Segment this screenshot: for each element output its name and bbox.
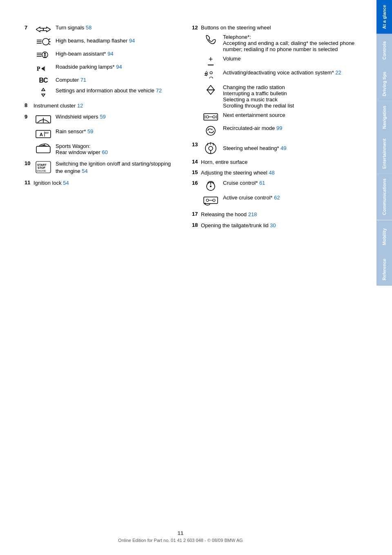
right-column: 12 Buttons on the steering wheel Tel — [192, 25, 364, 233]
sidebar-tab-navigation[interactable]: Navigation — [376, 101, 392, 134]
sidebar-tab-mobility[interactable]: Mobility — [376, 220, 392, 253]
telephone-icon — [201, 34, 220, 45]
item-8-number: 8 — [24, 102, 33, 108]
sidebar-tab-controls[interactable]: Controls — [376, 34, 392, 67]
item-8: 8 Instrument cluster 12 — [24, 102, 180, 110]
item-13-number: 13 — [192, 141, 201, 148]
svg-marker-44 — [207, 85, 214, 90]
page-ref-rh[interactable]: 218 — [248, 211, 257, 217]
item-17-content: Releasing the hood 218 — [201, 211, 257, 218]
svg-rect-35 — [36, 146, 50, 153]
item-11-number: 11 — [24, 179, 33, 186]
page-ref-hb[interactable]: 94 — [129, 38, 135, 44]
page-ref-set[interactable]: 72 — [156, 87, 162, 94]
item-13: 13 — [192, 141, 364, 155]
svg-line-8 — [49, 44, 51, 45]
svg-marker-53 — [211, 129, 212, 130]
page-ref-va[interactable]: 22 — [335, 69, 341, 76]
item-17-number: 17 — [192, 211, 201, 217]
page-ref-ww[interactable]: 59 — [100, 114, 105, 120]
entertainment-source-icon — [201, 112, 220, 122]
item-15-number: 15 — [192, 169, 201, 175]
page-ref-rw[interactable]: 60 — [102, 149, 107, 155]
item-18: 18 Opening the tailgate/trunk lid 30 — [192, 222, 364, 229]
svg-rect-29 — [36, 130, 51, 138]
sidebar-tab-at-a-glance[interactable]: At a glance — [376, 0, 392, 34]
svg-text:A: A — [40, 132, 43, 137]
item-16: 16 — [192, 180, 364, 209]
page-ref-rs[interactable]: 59 — [87, 128, 93, 134]
svg-marker-54 — [209, 131, 210, 133]
sidebar-tab-driving-tips[interactable]: Driving tips — [376, 67, 392, 101]
page-ref-acc[interactable]: 62 — [274, 195, 280, 201]
page-ref-swh[interactable]: 49 — [281, 145, 286, 151]
item-11: 11 Ignition lock 54 — [24, 179, 180, 187]
item-12-voice: Activating/deactivating voice activation… — [201, 69, 364, 81]
svg-point-60 — [210, 186, 212, 187]
page-container: 7 — [0, 0, 392, 555]
item-18-content: Opening the tailgate/trunk lid 30 — [201, 222, 276, 229]
svg-point-43 — [210, 72, 212, 74]
svg-marker-45 — [207, 90, 214, 94]
item-7-high-beams: High beams, headlamp flasher 94 — [33, 38, 180, 47]
item-12-radio-text: Changing the radio station Interrupting … — [223, 84, 364, 109]
page-ref-ic[interactable]: 12 — [77, 103, 83, 109]
svg-line-7 — [49, 39, 51, 40]
item-12-radio: Changing the radio station Interrupting … — [201, 84, 364, 109]
page-ref-ign[interactable]: 54 — [82, 168, 87, 174]
svg-marker-25 — [42, 88, 45, 91]
svg-point-13 — [44, 53, 46, 54]
plus-symbol: + — [209, 56, 213, 63]
svg-point-63 — [213, 199, 215, 201]
item-9-wipers: Windshield wipers 59 — [33, 114, 180, 125]
steering-wheel-heat-icon — [201, 141, 220, 155]
svg-line-34 — [48, 132, 48, 134]
item-7-parking-lamps-text: Roadside parking lamps* 94 — [56, 64, 180, 70]
item-8-content: Instrument cluster 12 — [33, 102, 83, 110]
item-9: 9 — [24, 114, 180, 159]
page-ref-ram[interactable]: 99 — [276, 125, 282, 131]
page-ref-asw[interactable]: 48 — [269, 170, 274, 176]
svg-point-47 — [206, 116, 209, 118]
item-16-number: 16 — [192, 180, 201, 186]
volume-icon: + — [201, 56, 220, 66]
sidebar-tab-reference[interactable]: Reference — [376, 253, 392, 286]
item-17: 17 Releasing the hood 218 — [192, 211, 364, 218]
high-beams-icon — [33, 38, 53, 47]
footer-text: Online Edition for Part no. 01 41 2 603 … — [118, 538, 243, 543]
item-9-rear-wiper-text: Sports Wagon:Rear window wiper 60 — [56, 143, 180, 155]
page-ref[interactable]: 58 — [86, 25, 91, 31]
cruise-control-icon — [201, 180, 220, 191]
item-9-number: 9 — [24, 114, 33, 120]
svg-point-5 — [42, 38, 49, 45]
turn-signal-icon — [33, 25, 53, 34]
item-9-rain-sensor: A Rain sensor* 59 — [33, 128, 180, 140]
item-14: 14 Horn, entire surface — [192, 159, 364, 166]
high-beam-assistant-icon — [33, 51, 53, 60]
right-sidebar: At a glance Controls Driving tips Naviga… — [376, 0, 392, 555]
item-7-parking-lamps: P Roadside parking lamp — [33, 64, 180, 74]
page-ref-tg[interactable]: 30 — [270, 222, 276, 228]
item-15: 15 Adjusting the steering wheel 48 — [192, 169, 364, 177]
main-content: 7 — [0, 0, 376, 555]
item-12-voice-text: Activating/deactivating voice activation… — [223, 69, 364, 76]
item-14-content: Horn, entire surface — [201, 159, 247, 166]
plus-minus-icon: + — [208, 56, 214, 66]
item-11-content: Ignition lock 54 — [33, 179, 69, 187]
page-ref-cc[interactable]: 61 — [259, 180, 265, 186]
item-16-cruise: Cruise control* 61 — [201, 180, 364, 191]
page-ref-comp[interactable]: 71 — [80, 77, 86, 83]
voice-activation-icon — [201, 69, 220, 81]
item-7-computer-text: Computer 71 — [56, 77, 180, 83]
item-7-hba-text: High-beam assistant* 94 — [56, 51, 180, 57]
item-12-number: 12 — [192, 25, 201, 31]
page-ref-pl[interactable]: 94 — [116, 64, 122, 70]
windshield-wipers-icon — [33, 114, 53, 125]
page-ref-hba[interactable]: 94 — [107, 51, 113, 57]
sidebar-tab-entertainment[interactable]: Entertainment — [376, 134, 392, 174]
page-ref-il[interactable]: 54 — [63, 180, 69, 186]
item-7-turn-signals-text: Turn signals 58 — [56, 25, 180, 31]
item-9-rear-wiper: Sports Wagon:Rear window wiper 60 — [33, 143, 180, 155]
item-12-recirculated-text: Recirculated-air mode 99 — [223, 125, 364, 131]
sidebar-tab-communications[interactable]: Communications — [376, 174, 392, 220]
